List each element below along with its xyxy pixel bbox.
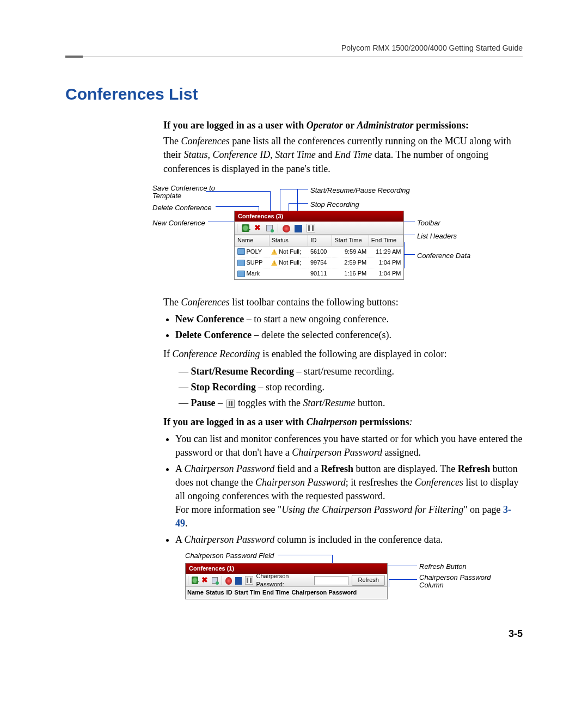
conference-icon [237, 248, 245, 255]
col-start-time[interactable]: Start Time [332, 235, 369, 246]
conferences-table: Name Status ID Start Time End Time POLY … [235, 235, 403, 279]
callout-stop-recording: Stop Recording [310, 200, 359, 210]
running-header: Polycom RMX 1500/2000/4000 Getting Start… [65, 44, 523, 52]
col-start-time[interactable]: Start Tim [234, 588, 261, 597]
stop-recording-icon[interactable] [295, 225, 302, 232]
col-name[interactable]: Name [235, 235, 270, 246]
stop-recording-icon[interactable] [235, 577, 242, 585]
bullet-new-conference: New Conference – to start a new ongoing … [175, 312, 523, 326]
save-to-template-icon[interactable] [266, 224, 273, 232]
conference-icon [237, 260, 245, 266]
callout-start-resume-pause: Start/Resume/Pause Recording [310, 186, 410, 195]
chair-bullet-monitor: You can list and monitor conferences you… [175, 432, 523, 459]
intro-admin-operator: If you are logged in as a user with Oper… [163, 119, 523, 132]
start-recording-icon[interactable] [283, 225, 290, 232]
header-rule [65, 56, 523, 58]
table-row[interactable]: Mark 90111 1:16 PM 1:04 PM [235, 268, 403, 279]
col-end-time[interactable]: End Time [262, 588, 290, 597]
save-to-template-icon[interactable] [211, 577, 218, 584]
start-recording-icon[interactable] [225, 577, 232, 585]
callout-cp-field: Chairperson Password Field [185, 551, 274, 561]
callout-new-conference: New Conference [152, 218, 205, 228]
callout-save-to-template: Save Conference to Template [152, 185, 223, 200]
pause-icon [226, 400, 235, 408]
bullet-delete-conference: Delete Conference – delete the selected … [175, 328, 523, 342]
conferences-table-chairperson: Name Status ID Start Tim End Time Chairp… [186, 587, 358, 598]
figure-chairperson-pane: Chairperson Password Field Refresh Butto… [185, 552, 523, 596]
delete-conference-icon[interactable] [254, 224, 261, 232]
refresh-button[interactable]: Refresh [352, 575, 385, 585]
callout-list-headers: List Headers [417, 231, 457, 241]
callout-refresh-button: Refresh Button [419, 562, 467, 572]
pane-title: Conferences (3) [235, 211, 403, 222]
col-id[interactable]: ID [226, 588, 233, 597]
section-title: Conferences List [65, 85, 523, 103]
table-header-row: Name Status ID Start Time End Time [235, 235, 403, 246]
table-row[interactable]: POLY Not Full; 56100 9:59 AM 11:29 AM [235, 246, 403, 257]
callout-conference-data: Conference Data [417, 251, 470, 261]
warning-icon [271, 249, 277, 255]
figure-conferences-pane: Save Conference to Template Delete Confe… [158, 183, 523, 287]
dash-pause: Pause – toggles with the Start/Resume bu… [179, 396, 523, 410]
paragraph-overview: The Conferences pane lists all the confe… [163, 134, 523, 176]
pause-recording-icon[interactable] [245, 576, 253, 585]
col-name[interactable]: Name [187, 588, 204, 597]
chair-bullet-refresh: A Chairperson Password field and a Refre… [175, 462, 523, 531]
dash-start-resume: Start/Resume Recording – start/resume re… [179, 365, 523, 378]
toolbar-intro: The Conferences list toolbar contains th… [163, 296, 523, 309]
delete-conference-icon[interactable] [201, 577, 208, 584]
pane-toolbar [235, 222, 403, 235]
chair-bullet-column: A Chairperson Password column is include… [175, 533, 523, 547]
new-conference-icon[interactable] [192, 577, 198, 584]
table-header-row: Name Status ID Start Tim End Time Chairp… [187, 588, 357, 597]
cp-label: Chairperson Password: [256, 572, 311, 589]
dash-stop: Stop Recording – stop recording. [179, 381, 523, 394]
page-number: 3-5 [65, 628, 523, 640]
recording-condition: If Conference Recording is enabled the f… [163, 347, 523, 361]
col-chairperson-password[interactable]: Chairperson Password [291, 588, 357, 597]
callout-cp-column: Chairperson Password Column [419, 574, 501, 590]
chairperson-password-input[interactable] [314, 576, 348, 585]
conferences-pane-chairperson: Conferences (1) Chairperson Password: Re… [185, 563, 388, 599]
chairperson-heading: If you are logged in as a user with Chai… [163, 415, 523, 429]
conferences-pane: Conferences (3) Name Status ID [234, 211, 404, 280]
callout-delete-conference: Delete Conference [152, 203, 211, 213]
pause-recording-icon[interactable] [307, 224, 315, 232]
new-conference-icon[interactable] [242, 224, 249, 232]
col-status[interactable]: Status [205, 588, 225, 597]
col-id[interactable]: ID [308, 235, 332, 246]
callout-toolbar: Toolbar [417, 218, 440, 228]
table-row[interactable]: SUPP Not Full; 99754 2:59 PM 1:04 PM [235, 257, 403, 268]
warning-icon [271, 260, 277, 266]
col-end-time[interactable]: End Time [369, 235, 403, 246]
col-status[interactable]: Status [269, 235, 308, 246]
conference-icon [237, 271, 245, 277]
pane-toolbar: Chairperson Password: Refresh [186, 574, 387, 587]
